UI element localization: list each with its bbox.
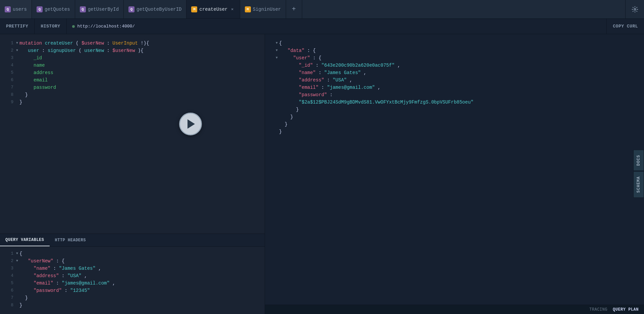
- line-num-9: 9: [5, 99, 13, 106]
- result-fold-1[interactable]: ▼: [276, 40, 278, 47]
- code-content-1: mutation createUser ( $userNew : UserInp…: [19, 40, 259, 47]
- result-content-1: {: [279, 40, 639, 47]
- variables-editor[interactable]: 1 ▼ { 2 ▼ "userNew" : {: [0, 247, 265, 314]
- var-line-num-5: 5: [5, 279, 13, 287]
- var-line-8: 8 ▼ }: [0, 302, 265, 309]
- tab-label-getuserbyid: getUserById: [88, 7, 119, 12]
- result-editor[interactable]: ▼ { ▼ "data" : { ▼ "user": [265, 34, 644, 305]
- schema-button[interactable]: SCHEMA: [633, 171, 644, 198]
- result-content-2: "data" : {: [279, 47, 639, 54]
- code-line-8: 8 ▼ }: [0, 91, 265, 99]
- code-content-6: email: [19, 76, 259, 84]
- bottom-section: QUERY VARIABLES HTTP HEADERS 1 ▼ { 2 ▼: [0, 234, 265, 314]
- var-content-5: "email" : "james@gmail.com" ,: [19, 279, 259, 287]
- result-line-11: ▼ }: [265, 113, 644, 121]
- result-content-4: "_id" : "643e200c90b2a620e0ac075f" ,: [279, 62, 639, 69]
- code-content-4: name: [19, 62, 259, 69]
- line-num-3: 3: [5, 54, 13, 62]
- tab-badge-getquotes: Q: [37, 6, 43, 12]
- var-fold-1[interactable]: ▼: [16, 250, 18, 257]
- tab-badge-getuserbyid: Q: [80, 6, 86, 12]
- result-fold-3[interactable]: ▼: [276, 54, 278, 62]
- fold-1[interactable]: ▼: [16, 40, 18, 47]
- var-line-3: 3 ▼ "name" : "James Gates" ,: [0, 265, 265, 272]
- tab-signinuser[interactable]: M SigninUser: [240, 0, 286, 18]
- tracing-status[interactable]: TRACING: [589, 307, 607, 312]
- result-content-3: "user" : {: [279, 54, 639, 62]
- result-fold-2[interactable]: ▼: [276, 47, 278, 54]
- tab-getquotes[interactable]: Q getQuotes: [32, 0, 75, 18]
- query-plan-status[interactable]: QUERY PLAN: [613, 307, 639, 312]
- url-status-dot: [72, 25, 75, 28]
- settings-button[interactable]: [625, 0, 644, 18]
- line-num-5: 5: [5, 69, 13, 76]
- code-line-9: 9 ▼ }: [0, 99, 265, 106]
- var-content-1: {: [19, 250, 259, 257]
- tab-label-getquotebyuserid: getQuoteByUserID: [137, 7, 181, 12]
- result-line-4: ▼ "_id" : "643e200c90b2a620e0ac075f" ,: [265, 62, 644, 69]
- fold-2[interactable]: ▼: [16, 47, 18, 54]
- line-num-7: 7: [5, 84, 13, 91]
- play-icon: [187, 119, 195, 129]
- bottom-tabs: QUERY VARIABLES HTTP HEADERS: [0, 234, 265, 247]
- play-button-container: [179, 113, 202, 135]
- var-content-4: "address" : "USA" ,: [19, 272, 259, 279]
- result-line-6: ▼ "address" : "USA" ,: [265, 76, 644, 84]
- code-line-7: 7 ▼ password: [0, 84, 265, 91]
- tab-label-users: users: [13, 7, 27, 12]
- code-content-2: user : signupUser ( userNew : $userNew )…: [19, 47, 259, 54]
- var-line-num-3: 3: [5, 265, 13, 272]
- tab-spacer: [302, 0, 625, 18]
- prettify-button[interactable]: PRETTIFY: [0, 19, 35, 34]
- svg-point-0: [634, 8, 636, 10]
- http-headers-tab[interactable]: HTTP HEADERS: [50, 234, 91, 246]
- code-content-9: }: [19, 99, 259, 106]
- var-content-7: }: [19, 294, 259, 302]
- tab-label-getquotes: getQuotes: [45, 7, 70, 12]
- left-panel: 1 ▼ mutation createUser ( $userNew : Use…: [0, 34, 265, 314]
- history-button[interactable]: HISTORY: [35, 19, 66, 34]
- var-content-3: "name" : "James Gates" ,: [19, 265, 259, 272]
- var-fold-2[interactable]: ▼: [16, 257, 18, 265]
- right-panel: ▼ { ▼ "data" : { ▼ "user": [265, 34, 644, 314]
- side-buttons: DOCS SCHEMA: [633, 149, 644, 198]
- code-line-3: 3 ▼ _id: [0, 54, 265, 62]
- var-line-num-2: 2: [5, 257, 13, 265]
- result-content-10: }: [279, 106, 639, 113]
- var-content-2: "userNew" : {: [19, 257, 259, 265]
- main-content: 1 ▼ mutation createUser ( $userNew : Use…: [0, 34, 644, 314]
- docs-button[interactable]: DOCS: [633, 149, 644, 171]
- result-line-2: ▼ "data" : {: [265, 47, 644, 54]
- tab-close-createuser[interactable]: ✕: [230, 7, 235, 12]
- code-content-3: _id: [19, 54, 259, 62]
- result-line-10: ▼ }: [265, 106, 644, 113]
- result-content-11: }: [279, 113, 639, 121]
- tab-getuserbyid[interactable]: Q getUserById: [75, 0, 124, 18]
- result-content-7: "email" : "james@gmail.com" ,: [279, 84, 639, 91]
- status-bar: TRACING QUERY PLAN: [265, 305, 644, 314]
- result-content-8: "password" :: [279, 91, 639, 99]
- query-variables-tab[interactable]: QUERY VARIABLES: [0, 234, 50, 246]
- result-content-6: "address" : "USA" ,: [279, 76, 639, 84]
- tab-createuser[interactable]: M createUser ✕: [186, 0, 240, 18]
- result-line-13: ▼ }: [265, 128, 644, 135]
- line-num-6: 6: [5, 76, 13, 84]
- copy-curl-button[interactable]: COPY CURL: [606, 19, 644, 34]
- result-content-12: }: [279, 121, 639, 128]
- var-line-6: 6 ▼ "password" : "12345": [0, 287, 265, 294]
- tab-users[interactable]: Q users: [0, 0, 32, 18]
- result-line-12: ▼ }: [265, 121, 644, 128]
- var-line-num-7: 7: [5, 294, 13, 302]
- var-line-num-4: 4: [5, 272, 13, 279]
- add-tab-button[interactable]: +: [286, 0, 302, 18]
- var-line-2: 2 ▼ "userNew" : {: [0, 257, 265, 265]
- query-editor[interactable]: 1 ▼ mutation createUser ( $userNew : Use…: [0, 34, 265, 234]
- tab-label-signinuser: SigninUser: [253, 7, 281, 12]
- url-text: http://localhost:4000/: [77, 24, 135, 29]
- play-button[interactable]: [179, 113, 202, 135]
- gear-icon: [632, 6, 638, 13]
- tab-getquotebyuserid[interactable]: Q getQuoteByUserID: [124, 0, 186, 18]
- code-content-5: address: [19, 69, 259, 76]
- var-line-num-1: 1: [5, 250, 13, 257]
- result-line-3: ▼ "user" : {: [265, 54, 644, 62]
